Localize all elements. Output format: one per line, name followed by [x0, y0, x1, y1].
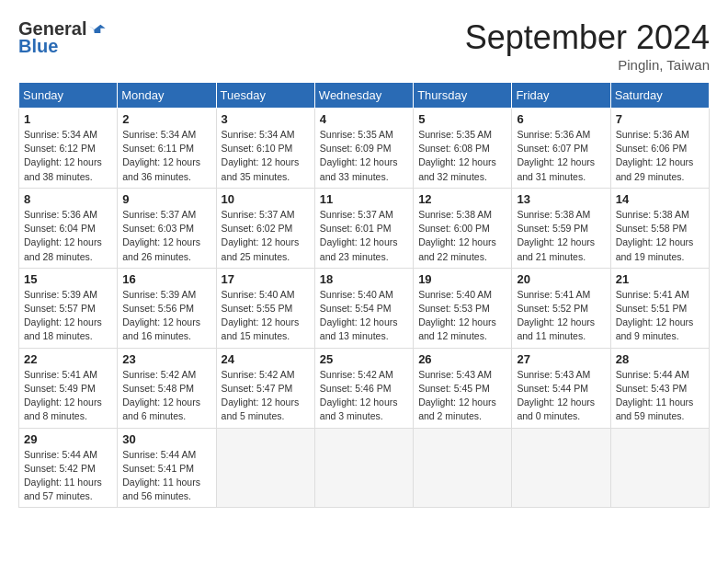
calendar-day-cell: 20Sunrise: 5:41 AM Sunset: 5:52 PM Dayli…: [512, 268, 610, 348]
day-detail: Sunrise: 5:42 AM Sunset: 5:47 PM Dayligh…: [222, 368, 310, 424]
day-detail: Sunrise: 5:43 AM Sunset: 5:44 PM Dayligh…: [517, 368, 605, 424]
day-number: 30: [122, 432, 210, 446]
calendar-body: 1Sunrise: 5:34 AM Sunset: 6:12 PM Daylig…: [19, 109, 710, 508]
day-detail: Sunrise: 5:40 AM Sunset: 5:54 PM Dayligh…: [320, 288, 408, 344]
day-detail: Sunrise: 5:36 AM Sunset: 6:04 PM Dayligh…: [24, 208, 112, 264]
calendar-day-cell: [512, 428, 610, 508]
day-number: 22: [24, 352, 112, 366]
day-detail: Sunrise: 5:34 AM Sunset: 6:12 PM Dayligh…: [24, 128, 112, 184]
calendar-day-cell: 22Sunrise: 5:41 AM Sunset: 5:49 PM Dayli…: [19, 348, 118, 428]
day-detail: Sunrise: 5:42 AM Sunset: 5:46 PM Dayligh…: [320, 368, 408, 424]
calendar-day-cell: 5Sunrise: 5:35 AM Sunset: 6:08 PM Daylig…: [414, 109, 512, 189]
day-detail: Sunrise: 5:37 AM Sunset: 6:02 PM Dayligh…: [222, 208, 310, 264]
calendar-day-cell: [610, 428, 709, 508]
location-subtitle: Pinglin, Taiwan: [465, 57, 710, 73]
calendar-day-cell: 8Sunrise: 5:36 AM Sunset: 6:04 PM Daylig…: [19, 188, 118, 268]
calendar-day-cell: 19Sunrise: 5:40 AM Sunset: 5:53 PM Dayli…: [414, 268, 512, 348]
calendar-dow-wednesday: Wednesday: [314, 83, 413, 109]
day-detail: Sunrise: 5:43 AM Sunset: 5:45 PM Dayligh…: [418, 368, 506, 424]
day-number: 23: [122, 352, 210, 366]
calendar-day-cell: 15Sunrise: 5:39 AM Sunset: 5:57 PM Dayli…: [19, 268, 118, 348]
day-number: 19: [418, 272, 506, 286]
day-detail: Sunrise: 5:40 AM Sunset: 5:55 PM Dayligh…: [222, 288, 310, 344]
day-detail: Sunrise: 5:35 AM Sunset: 6:08 PM Dayligh…: [418, 128, 506, 184]
day-number: 26: [418, 352, 506, 366]
day-number: 9: [122, 192, 210, 206]
calendar-day-cell: 27Sunrise: 5:43 AM Sunset: 5:44 PM Dayli…: [512, 348, 610, 428]
day-number: 4: [320, 112, 408, 126]
day-number: 29: [24, 432, 112, 446]
day-detail: Sunrise: 5:41 AM Sunset: 5:49 PM Dayligh…: [24, 368, 112, 424]
svg-marker-1: [88, 26, 95, 33]
day-detail: Sunrise: 5:38 AM Sunset: 6:00 PM Dayligh…: [418, 208, 506, 264]
calendar-dow-saturday: Saturday: [610, 83, 709, 109]
day-number: 8: [24, 192, 112, 206]
day-number: 17: [222, 272, 310, 286]
calendar-day-cell: 1Sunrise: 5:34 AM Sunset: 6:12 PM Daylig…: [19, 109, 118, 189]
calendar-day-cell: 12Sunrise: 5:38 AM Sunset: 6:00 PM Dayli…: [414, 188, 512, 268]
svg-marker-0: [95, 24, 106, 32]
day-number: 20: [517, 272, 605, 286]
calendar-day-cell: [216, 428, 314, 508]
day-detail: Sunrise: 5:41 AM Sunset: 5:51 PM Dayligh…: [616, 288, 704, 344]
calendar-day-cell: [314, 428, 413, 508]
day-number: 27: [517, 352, 605, 366]
calendar-day-cell: 16Sunrise: 5:39 AM Sunset: 5:56 PM Dayli…: [118, 268, 216, 348]
calendar-day-cell: 25Sunrise: 5:42 AM Sunset: 5:46 PM Dayli…: [314, 348, 413, 428]
day-detail: Sunrise: 5:37 AM Sunset: 6:03 PM Dayligh…: [122, 208, 210, 264]
day-number: 7: [616, 112, 704, 126]
calendar-week-row: 1Sunrise: 5:34 AM Sunset: 6:12 PM Daylig…: [19, 109, 710, 189]
calendar-day-cell: 18Sunrise: 5:40 AM Sunset: 5:54 PM Dayli…: [314, 268, 413, 348]
page-header: General Blue September 2024 Pinglin, Tai…: [18, 18, 710, 73]
title-block: September 2024 Pinglin, Taiwan: [465, 18, 710, 73]
day-number: 25: [320, 352, 408, 366]
day-detail: Sunrise: 5:44 AM Sunset: 5:42 PM Dayligh…: [24, 448, 112, 504]
calendar-dow-tuesday: Tuesday: [216, 83, 314, 109]
day-number: 24: [222, 352, 310, 366]
calendar-day-cell: [414, 428, 512, 508]
day-detail: Sunrise: 5:42 AM Sunset: 5:48 PM Dayligh…: [122, 368, 210, 424]
day-number: 21: [616, 272, 704, 286]
day-number: 11: [320, 192, 408, 206]
logo: General Blue: [18, 18, 107, 57]
day-detail: Sunrise: 5:44 AM Sunset: 5:41 PM Dayligh…: [122, 448, 210, 504]
calendar-day-cell: 9Sunrise: 5:37 AM Sunset: 6:03 PM Daylig…: [118, 188, 216, 268]
calendar-day-cell: 7Sunrise: 5:36 AM Sunset: 6:06 PM Daylig…: [610, 109, 709, 189]
calendar-day-cell: 2Sunrise: 5:34 AM Sunset: 6:11 PM Daylig…: [118, 109, 216, 189]
calendar-header-row: SundayMondayTuesdayWednesdayThursdayFrid…: [19, 83, 710, 109]
calendar-day-cell: 6Sunrise: 5:36 AM Sunset: 6:07 PM Daylig…: [512, 109, 610, 189]
day-number: 2: [122, 112, 210, 126]
day-detail: Sunrise: 5:38 AM Sunset: 5:59 PM Dayligh…: [517, 208, 605, 264]
calendar-day-cell: 29Sunrise: 5:44 AM Sunset: 5:42 PM Dayli…: [19, 428, 118, 508]
day-number: 1: [24, 112, 112, 126]
day-number: 15: [24, 272, 112, 286]
logo-blue: Blue: [18, 36, 58, 57]
calendar-day-cell: 23Sunrise: 5:42 AM Sunset: 5:48 PM Dayli…: [118, 348, 216, 428]
calendar-day-cell: 11Sunrise: 5:37 AM Sunset: 6:01 PM Dayli…: [314, 188, 413, 268]
day-detail: Sunrise: 5:40 AM Sunset: 5:53 PM Dayligh…: [418, 288, 506, 344]
calendar-dow-friday: Friday: [512, 83, 610, 109]
calendar-day-cell: 28Sunrise: 5:44 AM Sunset: 5:43 PM Dayli…: [610, 348, 709, 428]
day-number: 6: [517, 112, 605, 126]
calendar-week-row: 8Sunrise: 5:36 AM Sunset: 6:04 PM Daylig…: [19, 188, 710, 268]
calendar-dow-thursday: Thursday: [414, 83, 512, 109]
day-number: 18: [320, 272, 408, 286]
calendar-week-row: 22Sunrise: 5:41 AM Sunset: 5:49 PM Dayli…: [19, 348, 710, 428]
calendar-day-cell: 10Sunrise: 5:37 AM Sunset: 6:02 PM Dayli…: [216, 188, 314, 268]
calendar-day-cell: 3Sunrise: 5:34 AM Sunset: 6:10 PM Daylig…: [216, 109, 314, 189]
day-number: 3: [222, 112, 310, 126]
day-detail: Sunrise: 5:39 AM Sunset: 5:56 PM Dayligh…: [122, 288, 210, 344]
calendar-day-cell: 21Sunrise: 5:41 AM Sunset: 5:51 PM Dayli…: [610, 268, 709, 348]
day-number: 5: [418, 112, 506, 126]
calendar-day-cell: 26Sunrise: 5:43 AM Sunset: 5:45 PM Dayli…: [414, 348, 512, 428]
day-number: 28: [616, 352, 704, 366]
day-number: 14: [616, 192, 704, 206]
day-detail: Sunrise: 5:39 AM Sunset: 5:57 PM Dayligh…: [24, 288, 112, 344]
calendar-dow-monday: Monday: [118, 83, 216, 109]
day-number: 10: [222, 192, 310, 206]
day-detail: Sunrise: 5:38 AM Sunset: 5:58 PM Dayligh…: [616, 208, 704, 264]
calendar-day-cell: 4Sunrise: 5:35 AM Sunset: 6:09 PM Daylig…: [314, 109, 413, 189]
day-detail: Sunrise: 5:37 AM Sunset: 6:01 PM Dayligh…: [320, 208, 408, 264]
day-number: 13: [517, 192, 605, 206]
calendar-day-cell: 17Sunrise: 5:40 AM Sunset: 5:55 PM Dayli…: [216, 268, 314, 348]
